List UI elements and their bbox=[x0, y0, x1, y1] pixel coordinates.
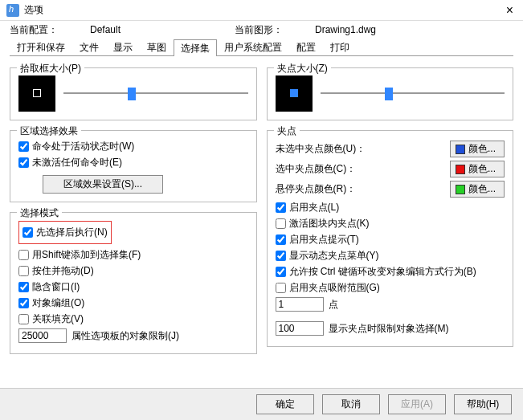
area-title: 区域选择效果 bbox=[17, 124, 81, 138]
tab-files[interactable]: 文件 bbox=[72, 39, 106, 55]
pickbox-slider[interactable] bbox=[63, 85, 248, 101]
tab-selection[interactable]: 选择集 bbox=[174, 39, 217, 56]
chk-enable-grips[interactable]: 启用夹点(L) bbox=[276, 201, 505, 214]
tab-plot[interactable]: 打印 bbox=[323, 39, 357, 55]
grip-limit-input[interactable] bbox=[276, 321, 324, 336]
selection-mode-group: 选择模式 先选择后执行(N) 用Shift键添加到选择集(F) 按住并拖动(D)… bbox=[10, 212, 257, 354]
chk-shift-add[interactable]: 用Shift键添加到选择集(F) bbox=[18, 248, 248, 262]
tab-drafting[interactable]: 草图 bbox=[140, 39, 174, 55]
unselected-color-button[interactable]: 颜色... bbox=[450, 141, 505, 157]
area-settings-button[interactable]: 区域效果设置(S)... bbox=[43, 175, 163, 194]
drawing-value: Drawing1.dwg bbox=[315, 24, 376, 35]
chk-noun-verb[interactable]: 先选择后执行(N) bbox=[22, 226, 108, 239]
highlighted-option: 先选择后执行(N) bbox=[18, 221, 112, 244]
window-title: 选项 bbox=[24, 3, 503, 17]
grips-group: 夹点 未选中夹点颜色(U)： 颜色... 选中夹点颜色(C)： 颜色... 悬停… bbox=[267, 130, 514, 347]
grip-limit-label: 显示夹点时限制对象选择(M) bbox=[329, 322, 449, 336]
profile-label: 当前配置： bbox=[10, 23, 90, 37]
chk-assoc-hatch[interactable]: 关联填充(V) bbox=[18, 312, 248, 326]
snap-range-label: 点 bbox=[329, 298, 338, 312]
grips-title: 夹点 bbox=[274, 124, 300, 138]
chk-object-group[interactable]: 对象编组(O) bbox=[18, 296, 248, 310]
chk-grip-snap[interactable]: 启用夹点吸附范围(G) bbox=[276, 281, 505, 295]
chk-active-cmd[interactable]: 命令处于活动状态时(W) bbox=[18, 140, 248, 153]
help-button[interactable]: 帮助(H) bbox=[454, 394, 512, 414]
selected-grip-label: 选中夹点颜色(C)： bbox=[276, 162, 444, 176]
chk-press-drag[interactable]: 按住并拖动(D) bbox=[18, 264, 248, 278]
color-swatch-icon bbox=[456, 185, 465, 194]
chk-grip-tips[interactable]: 启用夹点提示(T) bbox=[276, 233, 505, 247]
tab-user-prefs[interactable]: 用户系统配置 bbox=[217, 39, 289, 55]
pickbox-title: 拾取框大小(P) bbox=[17, 62, 84, 75]
mode-title: 选择模式 bbox=[17, 206, 62, 220]
chk-ctrl-cycle[interactable]: 允许按 Ctrl 键循环改变对象编辑方式行为(B) bbox=[276, 265, 505, 279]
chk-no-cmd[interactable]: 未激活任何命令时(E) bbox=[18, 156, 248, 169]
close-icon[interactable]: × bbox=[503, 3, 517, 18]
color-swatch-icon bbox=[456, 145, 465, 154]
selected-color-button[interactable]: 颜色... bbox=[450, 161, 505, 177]
pickbox-group: 拾取框大小(P) bbox=[10, 67, 257, 120]
app-icon bbox=[6, 4, 19, 17]
chk-implied-window[interactable]: 隐含窗口(I) bbox=[18, 280, 248, 294]
palette-limit-input[interactable] bbox=[18, 328, 67, 343]
gripsize-title: 夹点大小(Z) bbox=[274, 62, 331, 75]
grip-slider[interactable] bbox=[321, 85, 505, 101]
tab-open-save[interactable]: 打开和保存 bbox=[10, 39, 72, 55]
tab-bar: 打开和保存 文件 显示 草图 选择集 用户系统配置 配置 打印 bbox=[10, 39, 513, 56]
chk-block-grips[interactable]: 激活图块内夹点(K) bbox=[276, 217, 505, 230]
area-select-group: 区域选择效果 命令处于活动状态时(W) 未激活任何命令时(E) 区域效果设置(S… bbox=[10, 130, 257, 202]
tab-profiles[interactable]: 配置 bbox=[289, 39, 323, 55]
apply-button[interactable]: 应用(A) bbox=[388, 394, 446, 414]
gripsize-group: 夹点大小(Z) bbox=[267, 67, 514, 120]
tab-display[interactable]: 显示 bbox=[106, 39, 140, 55]
drawing-label: 当前图形： bbox=[235, 23, 315, 37]
pickbox-preview bbox=[18, 75, 55, 112]
profile-value: Default bbox=[90, 24, 235, 35]
snap-range-input[interactable] bbox=[276, 297, 324, 312]
hover-grip-label: 悬停夹点颜色(R)： bbox=[276, 182, 444, 196]
cancel-button[interactable]: 取消 bbox=[322, 394, 380, 414]
chk-dyn-menu[interactable]: 显示动态夹点菜单(Y) bbox=[276, 249, 505, 263]
palette-limit-label: 属性选项板的对象限制(J) bbox=[72, 329, 179, 343]
grip-preview bbox=[276, 75, 313, 112]
ok-button[interactable]: 确定 bbox=[256, 394, 314, 414]
color-swatch-icon bbox=[456, 165, 465, 174]
hover-color-button[interactable]: 颜色... bbox=[450, 181, 505, 198]
unselected-grip-label: 未选中夹点颜色(U)： bbox=[276, 142, 444, 156]
